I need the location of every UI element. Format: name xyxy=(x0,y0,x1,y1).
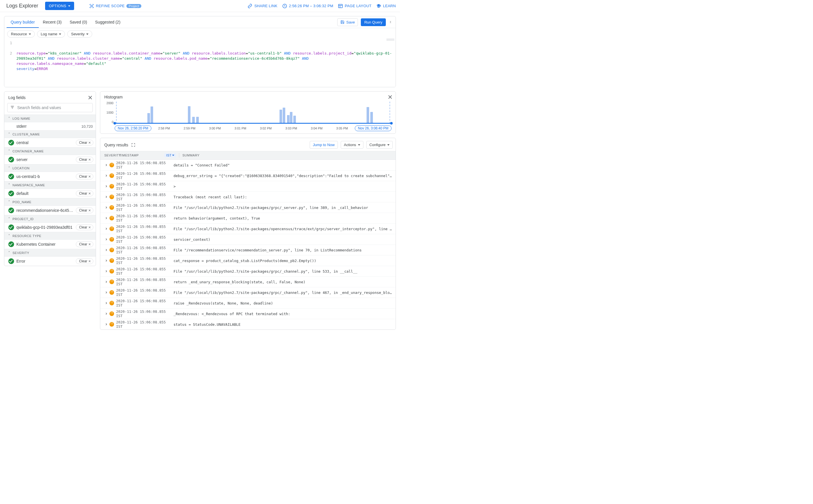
x-tick: 3:01 PM xyxy=(228,127,253,130)
filter-severity[interactable]: Severity xyxy=(67,30,92,38)
tab-suggested[interactable]: Suggested (2) xyxy=(91,16,124,28)
page-layout-button[interactable]: PAGE LAYOUT xyxy=(338,3,371,9)
log-row[interactable]: 2020-11-26 15:06:08.855 IST servicer_con… xyxy=(100,234,396,245)
share-link-button[interactable]: SHARE LINK xyxy=(247,3,277,9)
filter-logname[interactable]: Log name xyxy=(37,30,65,38)
run-query-button[interactable]: Run Query xyxy=(361,18,386,26)
resize-handle[interactable] xyxy=(386,39,394,40)
query-code[interactable]: resource.type="k8s_container" AND resour… xyxy=(14,39,396,77)
log-field-row[interactable]: qwiklabs-gcp-01-29893ea3df01Clear× xyxy=(4,223,96,232)
log-field-section-header[interactable]: ˄LOCATION xyxy=(4,164,96,172)
log-row[interactable]: 2020-11-26 15:06:08.855 IST debug_error_… xyxy=(100,170,396,181)
refine-scope-button[interactable]: REFINE SCOPE Project xyxy=(89,3,142,9)
expand-row[interactable] xyxy=(103,185,109,188)
clear-chip[interactable]: Clear× xyxy=(76,258,93,264)
expand-row[interactable] xyxy=(103,259,109,262)
log-row[interactable]: 2020-11-26 15:06:08.855 IST cat_response… xyxy=(100,255,396,266)
configure-dropdown[interactable]: Configure xyxy=(366,141,393,149)
expand-row[interactable] xyxy=(103,291,109,294)
log-row[interactable]: 2020-11-26 15:06:08.855 IST _Rendezvous:… xyxy=(100,308,396,319)
log-field-section-header[interactable]: ˄POD_NAME xyxy=(4,198,96,206)
clear-chip[interactable]: Clear× xyxy=(76,241,93,247)
expand-row[interactable] xyxy=(103,270,109,273)
clear-chip[interactable]: Clear× xyxy=(76,224,93,230)
clear-chip[interactable]: Clear× xyxy=(76,174,93,179)
log-row[interactable]: 2020-11-26 15:06:08.855 IST raise _Rende… xyxy=(100,298,396,308)
log-field-section-header[interactable]: ˄CONTAINER_NAME xyxy=(4,147,96,155)
row-timestamp: 2020-11-26 15:06:08.855 IST xyxy=(116,288,173,297)
code-token: "k8s_container" xyxy=(48,51,82,55)
log-field-row[interactable]: centralClear× xyxy=(4,138,96,147)
clear-chip[interactable]: Clear× xyxy=(76,191,93,196)
expand-row[interactable] xyxy=(103,174,109,177)
tab-recent[interactable]: Recent (3) xyxy=(39,16,65,28)
expand-results[interactable] xyxy=(131,143,135,147)
code-token: resource.labels.pod_name xyxy=(153,56,208,61)
log-field-row[interactable]: Kubernetes ContainerClear× xyxy=(4,240,96,249)
expand-row[interactable] xyxy=(103,248,109,252)
log-field-row[interactable]: recommendationservice-6c45b...Clear× xyxy=(4,206,96,215)
time-range-button[interactable]: 2:56:26 PM – 3:06:32 PM xyxy=(282,3,333,9)
learn-button[interactable]: LEARN xyxy=(376,3,396,9)
collapse-toggle[interactable]: ⌄ ⌃ xyxy=(389,19,392,25)
log-row[interactable]: 2020-11-26 15:06:08.855 IST details = "C… xyxy=(100,160,396,170)
log-field-row[interactable]: us-central1-bClear× xyxy=(4,172,96,181)
range-handle-end[interactable] xyxy=(390,122,393,125)
log-field-row[interactable]: ErrorClear× xyxy=(4,257,96,266)
expand-row[interactable] xyxy=(103,195,109,199)
tab-saved[interactable]: Saved (0) xyxy=(65,16,91,28)
expand-row[interactable] xyxy=(103,227,109,230)
tab-query-builder[interactable]: Query builder xyxy=(7,16,39,28)
filter-resource-label: Resource xyxy=(11,32,27,36)
log-row[interactable]: 2020-11-26 15:06:08.855 IST File "/usr/l… xyxy=(100,223,396,234)
log-row[interactable]: 2020-11-26 15:06:08.855 IST File "/recom… xyxy=(100,245,396,255)
expand-row[interactable] xyxy=(103,238,109,241)
histogram-plot[interactable] xyxy=(115,101,392,124)
log-field-section-header[interactable]: ˄NAMESPACE_NAME xyxy=(4,181,96,189)
log-field-row[interactable]: serverClear× xyxy=(4,155,96,164)
log-field-section-header[interactable]: ˄SEVERITY xyxy=(4,249,96,257)
log-field-row[interactable]: stderr10,720 xyxy=(4,122,96,130)
query-editor[interactable]: 1 2 resource.type="k8s_container" AND re… xyxy=(4,39,396,87)
row-timestamp: 2020-11-26 15:06:08.855 IST xyxy=(116,309,173,318)
jump-to-now-button[interactable]: Jump to Now xyxy=(310,141,338,149)
options-button[interactable]: OPTIONS xyxy=(45,2,74,10)
ist-label: IST xyxy=(166,154,171,157)
close-histogram[interactable] xyxy=(387,94,393,100)
clear-chip[interactable]: Clear× xyxy=(76,157,93,162)
log-row[interactable]: 2020-11-26 15:06:08.855 IST return _end_… xyxy=(100,276,396,287)
clear-chip[interactable]: Clear× xyxy=(76,208,93,213)
log-field-section-header[interactable]: ˄LOG NAME xyxy=(4,115,96,122)
log-fields-search-input[interactable] xyxy=(7,103,93,112)
actions-dropdown[interactable]: Actions xyxy=(341,141,363,149)
log-field-section-header[interactable]: ˄CLUSTER_NAME xyxy=(4,130,96,138)
log-row[interactable]: 2020-11-26 15:06:08.855 IST File "/usr/l… xyxy=(100,202,396,213)
close-log-fields[interactable] xyxy=(87,94,93,101)
clear-chip[interactable]: Clear× xyxy=(76,140,93,146)
log-row[interactable]: 2020-11-26 15:06:08.855 IST return behav… xyxy=(100,213,396,223)
log-field-row[interactable]: defaultClear× xyxy=(4,189,96,198)
log-field-section-header[interactable]: ˄PROJECT_ID xyxy=(4,215,96,223)
time-track[interactable] xyxy=(115,123,392,124)
close-icon: × xyxy=(88,141,91,145)
expand-row[interactable] xyxy=(103,301,109,305)
log-field-label: central xyxy=(16,140,73,145)
expand-row[interactable] xyxy=(103,323,109,326)
expand-row[interactable] xyxy=(103,216,109,220)
range-end-chip[interactable]: Nov 26, 3:06:40 PM xyxy=(355,125,392,131)
log-row[interactable]: 2020-11-26 15:06:08.855 IST File "/usr/l… xyxy=(100,287,396,298)
timezone-selector[interactable]: IST xyxy=(164,153,176,157)
log-row[interactable]: 2020-11-26 15:06:08.855 IST Traceback (m… xyxy=(100,191,396,202)
expand-row[interactable] xyxy=(103,280,109,284)
expand-row[interactable] xyxy=(103,163,109,167)
expand-row[interactable] xyxy=(103,206,109,209)
expand-row[interactable] xyxy=(103,312,109,315)
log-field-section-header[interactable]: ˄RESOURCE TYPE xyxy=(4,232,96,240)
range-start-chip[interactable]: Nov 26, 2:56:20 PM xyxy=(115,125,151,131)
filter-resource[interactable]: Resource xyxy=(7,30,35,38)
save-button[interactable]: Save xyxy=(337,18,358,26)
log-row[interactable]: 2020-11-26 15:06:08.855 IST > xyxy=(100,181,396,191)
log-row[interactable]: 2020-11-26 15:06:08.855 IST status = Sta… xyxy=(100,319,396,329)
range-handle-start[interactable] xyxy=(113,122,116,125)
log-row[interactable]: 2020-11-26 15:06:08.855 IST File "/usr/l… xyxy=(100,266,396,276)
